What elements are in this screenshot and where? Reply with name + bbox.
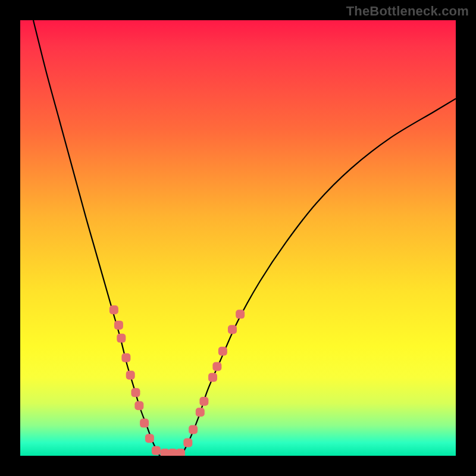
marker-dot bbox=[117, 334, 126, 343]
marker-dot bbox=[109, 305, 118, 314]
chart-plot-area bbox=[20, 20, 456, 456]
chart-frame: TheBottleneck.com bbox=[0, 0, 476, 476]
marker-dot bbox=[140, 419, 149, 428]
marker-dot bbox=[145, 434, 154, 443]
marker-dot bbox=[176, 449, 185, 456]
curve-right bbox=[181, 99, 456, 456]
marker-dot bbox=[208, 373, 217, 382]
marker-dot bbox=[161, 449, 170, 456]
marker-dot bbox=[183, 439, 192, 447]
marker-dot bbox=[168, 449, 177, 456]
marker-dot bbox=[218, 347, 227, 356]
chart-svg bbox=[20, 20, 456, 456]
marker-dot bbox=[121, 353, 130, 362]
marker-dot bbox=[114, 321, 123, 330]
marker-dot bbox=[131, 388, 140, 397]
marker-dot bbox=[199, 397, 208, 406]
watermark-text: TheBottleneck.com bbox=[346, 4, 469, 19]
marker-dot bbox=[212, 362, 221, 371]
curve-left bbox=[33, 20, 159, 456]
marker-dot bbox=[152, 446, 161, 455]
marker-dot bbox=[134, 401, 143, 410]
marker-dot bbox=[126, 371, 135, 380]
marker-dot bbox=[196, 408, 205, 416]
marker-dots bbox=[109, 305, 245, 456]
marker-dot bbox=[189, 425, 198, 434]
marker-dot bbox=[236, 310, 245, 319]
marker-dot bbox=[228, 325, 237, 334]
